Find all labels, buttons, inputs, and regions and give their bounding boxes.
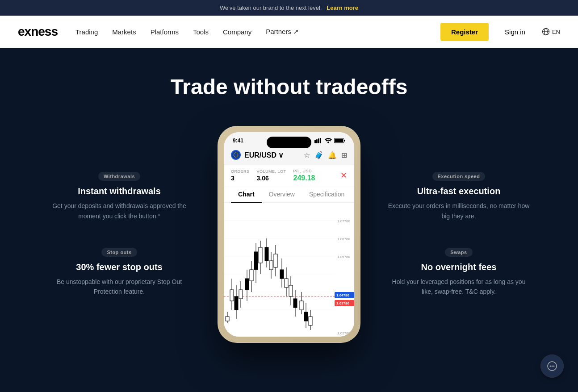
tab-chart[interactable]: Chart <box>231 186 262 202</box>
feature-title-withdrawals: Instant withdrawals <box>48 186 191 196</box>
svg-rect-56 <box>293 299 297 308</box>
nav-tools[interactable]: Tools <box>193 28 209 36</box>
svg-point-74 <box>550 366 551 367</box>
svg-rect-64 <box>226 317 229 321</box>
svg-point-14 <box>238 154 239 155</box>
feature-badge-withdrawals: Withdrawals <box>98 172 140 181</box>
phone-time: 9:41 <box>233 138 243 144</box>
bell-icon[interactable]: 🔔 <box>328 151 337 159</box>
svg-rect-36 <box>245 279 249 290</box>
svg-point-18 <box>234 156 235 157</box>
top-banner: We've taken our brand to the next level.… <box>0 0 578 16</box>
candlestick-chart: 1.07780 1.06780 1.05780 1.04780 1.03780 … <box>224 203 354 337</box>
right-features: Execution speed Ultra-fast execution Exe… <box>360 172 557 297</box>
svg-point-21 <box>234 153 235 154</box>
svg-text:1.07780: 1.07780 <box>337 219 350 223</box>
svg-point-75 <box>552 366 553 367</box>
svg-rect-32 <box>235 296 238 310</box>
svg-rect-42 <box>259 247 262 263</box>
volume-value: 3.06 <box>257 175 286 182</box>
svg-rect-44 <box>265 247 268 261</box>
volume-col: VOLUME, LOT 3.06 <box>257 169 286 182</box>
svg-point-16 <box>237 156 238 157</box>
trade-info-bar: ORDERS 3 VOLUME, LOT 3.06 P/L, USD 249.1… <box>224 165 354 186</box>
svg-rect-10 <box>335 139 343 142</box>
portfolio-icon[interactable]: 🧳 <box>314 151 323 159</box>
feature-title-execution: Ultra-fast execution <box>387 186 530 196</box>
svg-rect-30 <box>230 290 234 301</box>
svg-point-11 <box>232 151 240 159</box>
svg-rect-52 <box>285 279 288 288</box>
svg-point-17 <box>235 157 236 158</box>
svg-rect-40 <box>254 252 258 270</box>
feature-swaps: Swaps No overnight fees Hold your levera… <box>387 248 530 297</box>
register-button[interactable]: Register <box>440 23 489 41</box>
svg-rect-62 <box>309 317 312 325</box>
volume-label: VOLUME, LOT <box>257 169 286 174</box>
signin-button[interactable]: Sign in <box>496 23 534 41</box>
pjl-label: P/L, USD <box>293 169 315 173</box>
tab-specification[interactable]: Specification <box>302 186 352 202</box>
svg-rect-50 <box>280 270 284 279</box>
chat-button[interactable] <box>540 354 564 378</box>
svg-text:1.05780: 1.05780 <box>337 255 350 259</box>
nav-platforms[interactable]: Platforms <box>151 28 179 36</box>
chart-tabs: Chart Overview Specification <box>224 186 354 203</box>
nav-links: Trading Markets Platforms Tools Company … <box>75 28 440 36</box>
pjl-value: 249.18 <box>293 174 315 182</box>
feature-desc-stopouts: Be unstoppable with our proprietary Stop… <box>48 277 191 297</box>
app-header: EUR/USD ∨ ☆ 🧳 🔔 ⊞ <box>224 146 354 165</box>
features-container: Withdrawals Instant withdrawals Get your… <box>21 126 557 343</box>
logo[interactable]: exness <box>18 25 58 39</box>
feature-title-swaps: No overnight fees <box>387 262 530 272</box>
pjl-col: P/L, USD 249.18 <box>293 169 315 182</box>
svg-point-12 <box>235 152 236 153</box>
nav-right: Register Sign in EN <box>440 23 560 41</box>
grid-icon[interactable]: ⊞ <box>341 151 347 159</box>
svg-text:1.03780: 1.03780 <box>336 301 349 305</box>
svg-point-19 <box>234 155 235 156</box>
svg-rect-48 <box>274 254 277 267</box>
svg-rect-4 <box>316 139 318 143</box>
flag-eur <box>231 150 241 160</box>
chart-area: 1.07780 1.06780 1.05780 1.04780 1.03780 … <box>224 203 354 337</box>
currency-pair: EUR/USD ∨ <box>231 150 284 160</box>
nav-company[interactable]: Company <box>223 28 251 36</box>
svg-point-13 <box>237 153 238 154</box>
lang-label: EN <box>552 29 560 35</box>
svg-point-15 <box>238 155 239 156</box>
feature-desc-execution: Execute your orders in milliseconds, no … <box>387 201 530 221</box>
left-features: Withdrawals Instant withdrawals Get your… <box>21 172 218 297</box>
nav-partners[interactable]: Partners ↗ <box>266 28 299 36</box>
close-trade-button[interactable]: ✕ <box>340 171 347 180</box>
currency-label: EUR/USD ∨ <box>244 151 284 159</box>
svg-rect-5 <box>318 138 319 143</box>
nav-markets[interactable]: Markets <box>112 28 136 36</box>
svg-rect-34 <box>239 290 243 299</box>
star-icon[interactable]: ☆ <box>304 151 310 159</box>
banner-text: We've taken our brand to the next level. <box>220 4 322 11</box>
nav-trading[interactable]: Trading <box>75 28 98 36</box>
orders-label: ORDERS <box>231 169 250 174</box>
svg-rect-3 <box>314 140 316 143</box>
feature-desc-withdrawals: Get your deposits and withdrawals approv… <box>48 201 191 221</box>
svg-text:1.02780: 1.02780 <box>337 331 350 335</box>
feature-desc-swaps: Hold your leveraged positions for as lon… <box>387 277 530 297</box>
feature-title-stopouts: 30% fewer stop outs <box>48 262 191 272</box>
language-selector[interactable]: EN <box>541 27 560 36</box>
phone-mockup-container: 9:41 <box>218 126 360 343</box>
navbar: exness Trading Markets Platforms Tools C… <box>0 16 578 48</box>
svg-point-20 <box>234 154 235 155</box>
tab-overview[interactable]: Overview <box>262 186 302 202</box>
phone-mockup: 9:41 <box>218 126 360 343</box>
svg-rect-9 <box>344 140 345 142</box>
svg-text:1.04780: 1.04780 <box>336 293 349 297</box>
svg-rect-38 <box>250 270 253 281</box>
dynamic-island <box>267 137 311 148</box>
svg-rect-6 <box>320 138 321 143</box>
svg-point-76 <box>553 366 555 367</box>
svg-text:1.06780: 1.06780 <box>337 237 350 241</box>
feature-execution: Execution speed Ultra-fast execution Exe… <box>387 172 530 221</box>
banner-link[interactable]: Learn more <box>327 4 358 11</box>
feature-badge-swaps: Swaps <box>445 248 472 257</box>
